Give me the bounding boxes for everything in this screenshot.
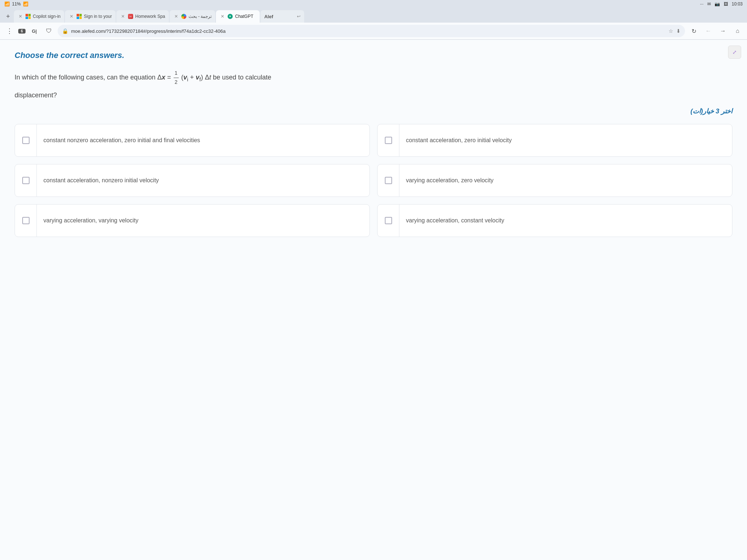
more-icon[interactable]: ··· — [700, 1, 704, 7]
question-body: In which of the following cases, can the… — [15, 69, 732, 87]
option-b-card[interactable]: constant acceleration, zero initial velo… — [377, 124, 732, 157]
tab-chatgpt-close[interactable]: ✕ — [220, 13, 225, 19]
toolbar: ⋮ 6 G| 🛡 🔒 ☆ ⬇ ↻ ← → ⌂ — [0, 23, 747, 40]
time-display: 10:03 — [732, 1, 743, 7]
option-b-checkbox[interactable] — [385, 137, 392, 144]
option-b-checkbox-area — [378, 124, 399, 156]
option-c-checkbox[interactable] — [22, 177, 30, 184]
security-button[interactable]: 🛡 — [43, 25, 55, 37]
tab-bar: + ✕ Copilot sign-in ✕ Sign in to your ✕ … — [0, 8, 747, 23]
tab-signin[interactable]: ✕ Sign in to your — [65, 10, 116, 23]
tab-signin-close[interactable]: ✕ — [69, 13, 74, 19]
tab-signin-label: Sign in to your — [84, 14, 112, 19]
wifi-icon: 📶 — [23, 1, 28, 7]
tab-copilot-label: Copilot sign-in — [33, 14, 61, 19]
option-c-checkbox-area — [15, 164, 37, 197]
download-icon[interactable]: ⬇ — [676, 28, 681, 34]
option-e-checkbox-area — [15, 205, 37, 237]
mail-icon: ✉ — [707, 1, 711, 7]
new-tab-button[interactable]: + — [3, 11, 13, 22]
tab-translate-label: ترجمة - بحث — [189, 14, 212, 19]
tab-homework[interactable]: ✕ H Homework Spa — [116, 10, 169, 23]
tab-homework-close[interactable]: ✕ — [120, 13, 126, 19]
question-text-after: be used to calculate — [213, 74, 271, 81]
option-a-checkbox[interactable] — [22, 137, 30, 144]
option-a-checkbox-area — [15, 124, 37, 156]
system-bar-right: ··· ✉ 📷 🖼 10:03 — [700, 1, 743, 7]
address-bar[interactable]: 🔒 ☆ ⬇ — [58, 25, 685, 37]
tab-alef[interactable]: Alef ↩ — [260, 10, 304, 23]
tab-copilot-favicon — [26, 14, 31, 19]
equation-numerator: 1 — [174, 69, 179, 78]
equation-body: (vi + vf) Δt — [181, 74, 211, 81]
tab-translate-close[interactable]: ✕ — [173, 13, 179, 19]
home-button[interactable]: ⌂ — [732, 25, 743, 37]
battery-icon: 📶 — [4, 1, 10, 7]
tab-homework-label: Homework Spa — [135, 14, 165, 19]
question-text-before: In which of the following cases, can the… — [15, 74, 173, 81]
system-bar-left: 📶 11% 📶 — [4, 1, 28, 7]
option-e-checkbox[interactable] — [22, 217, 30, 224]
equation-denominator: 2 — [174, 78, 179, 87]
tab-copilot-close[interactable]: ✕ — [18, 13, 23, 19]
menu-button[interactable]: ⋮ — [4, 25, 15, 37]
star-icon[interactable]: ☆ — [669, 28, 673, 34]
tab-chatgpt-label: ChatGPT — [235, 14, 256, 19]
option-c-card[interactable]: constant acceleration, nonzero initial v… — [15, 164, 370, 197]
option-f-checkbox[interactable] — [385, 217, 392, 224]
option-d-checkbox[interactable] — [385, 177, 392, 184]
option-a-text: constant nonzero acceleration, zero init… — [37, 130, 369, 151]
option-f-checkbox-area — [378, 205, 399, 237]
question-title: Choose the correct answers. — [15, 51, 732, 60]
equation-fraction: 1 2 — [174, 69, 179, 87]
tab-homework-favicon: H — [128, 14, 133, 19]
option-f-text: varying acceleration, constant velocity — [399, 210, 732, 231]
tab-chatgpt-favicon: ✦ — [228, 14, 233, 19]
option-a-card[interactable]: constant nonzero acceleration, zero init… — [15, 124, 370, 157]
tab-alef-icon: ↩ — [297, 14, 301, 19]
reload-button[interactable]: ↻ — [688, 25, 700, 37]
back-button[interactable]: ← — [703, 25, 714, 37]
system-bar: 📶 11% 📶 ··· ✉ 📷 🖼 10:03 — [0, 0, 747, 8]
select-hint: اختر 3 خیار(ات) — [15, 107, 732, 115]
option-d-checkbox-area — [378, 164, 399, 197]
forward-button[interactable]: → — [717, 25, 729, 37]
displacement-text: displacement? — [15, 92, 57, 99]
question-displacement: displacement? — [15, 90, 732, 101]
browser-chrome: 📶 11% 📶 ··· ✉ 📷 🖼 10:03 + ✕ Copilot sign… — [0, 0, 747, 40]
options-grid: constant nonzero acceleration, zero init… — [15, 124, 732, 237]
extensions-badge[interactable]: 6 — [18, 29, 26, 34]
option-c-text: constant acceleration, nonzero initial v… — [37, 170, 369, 191]
lock-icon: 🔒 — [62, 28, 68, 34]
url-input[interactable] — [71, 28, 666, 34]
option-b-text: constant acceleration, zero initial velo… — [399, 130, 732, 151]
page-content: ⤢ Choose the correct answers. In which o… — [0, 40, 747, 560]
option-e-card[interactable]: varying acceleration, varying velocity — [15, 204, 370, 237]
tab-alef-label: Alef — [264, 14, 295, 19]
image-icon: 🖼 — [724, 1, 728, 7]
option-f-card[interactable]: varying acceleration, constant velocity — [377, 204, 732, 237]
tab-translate[interactable]: ✕ ترجمة - بحث — [170, 10, 216, 23]
translate-button[interactable]: G| — [28, 25, 40, 37]
camera-icon: 📷 — [715, 1, 720, 7]
option-e-text: varying acceleration, varying velocity — [37, 210, 369, 231]
battery-level: 11% — [12, 1, 21, 7]
collapse-button[interactable]: ⤢ — [728, 46, 741, 59]
collapse-icon: ⤢ — [732, 49, 737, 55]
option-d-card[interactable]: varying acceleration, zero velocity — [377, 164, 732, 197]
tab-translate-favicon — [181, 14, 186, 19]
option-d-text: varying acceleration, zero velocity — [399, 170, 732, 191]
tab-chatgpt[interactable]: ✕ ✦ ChatGPT — [216, 10, 260, 23]
tab-signin-favicon — [77, 14, 82, 19]
tab-copilot[interactable]: ✕ Copilot sign-in — [14, 10, 64, 23]
